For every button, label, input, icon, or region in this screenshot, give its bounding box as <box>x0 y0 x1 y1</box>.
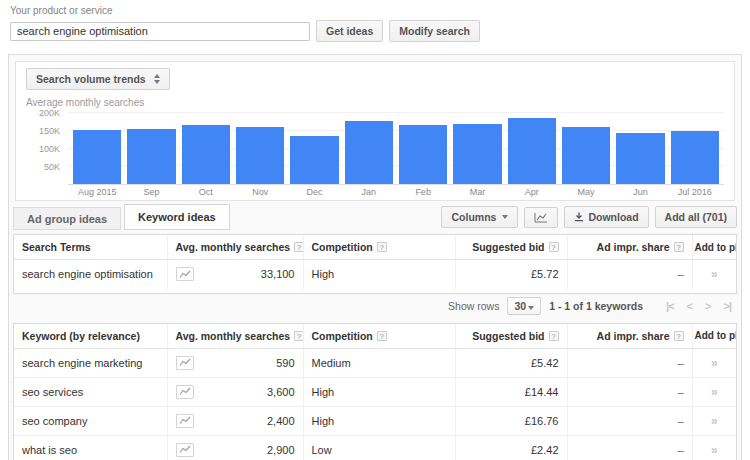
ad-impr-share-cell: – <box>567 348 692 377</box>
show-rows-label: Show rows <box>448 300 499 312</box>
last-page-button[interactable]: >| <box>723 300 731 312</box>
competition-cell: Medium <box>303 348 455 377</box>
trend-chart-button[interactable] <box>176 356 194 370</box>
ad-impr-share-cell: – <box>567 406 692 435</box>
columns-label: Columns <box>451 211 496 223</box>
line-chart-icon <box>179 270 191 279</box>
line-chart-icon <box>179 387 191 396</box>
chart-bar <box>616 133 664 184</box>
suggested-bid-cell: £5.72 <box>455 260 567 289</box>
add-to-plan-button[interactable]: » <box>711 414 718 428</box>
product-search-input[interactable] <box>10 22 310 41</box>
trend-chart-button[interactable] <box>176 267 194 281</box>
x-axis-label: Oct <box>179 185 233 197</box>
chart-bar <box>345 121 393 184</box>
help-icon[interactable]: ? <box>549 242 559 252</box>
search-volume-chart-card: Search volume trends Average monthly sea… <box>15 61 735 201</box>
header-competition: Competition? <box>303 324 455 349</box>
add-to-plan-button[interactable]: » <box>711 443 718 457</box>
x-axis-label: Mar <box>450 185 504 197</box>
line-chart-icon <box>179 445 191 454</box>
header-search-terms: Search Terms <box>14 235 167 260</box>
chevron-down-icon <box>502 215 508 219</box>
keyword-cell: seo company <box>14 406 167 435</box>
chart-bar <box>453 124 501 184</box>
ad-impr-share-cell: – <box>567 260 692 289</box>
chart-bars <box>68 113 724 184</box>
rows-per-page-select[interactable]: 30 <box>507 297 541 315</box>
avg-monthly-searches-cell: 2,400 <box>167 406 303 435</box>
chevron-down-icon <box>528 306 534 310</box>
suggested-bid-cell: £2.42 <box>455 435 567 460</box>
product-service-label: Your product or service <box>10 5 740 16</box>
trends-dropdown-label: Search volume trends <box>36 73 146 85</box>
ad-impr-share-cell: – <box>567 377 692 406</box>
trends-dropdown-button[interactable]: Search volume trends <box>26 68 170 90</box>
table-toolbar: Columns Download Add all (701) <box>435 206 737 230</box>
help-icon[interactable]: ? <box>674 242 684 252</box>
add-to-plan-button[interactable]: » <box>711 385 718 399</box>
y-axis-tick: 150K <box>39 126 60 136</box>
x-axis-label: Feb <box>396 185 450 197</box>
bar-chart: 200K150K100K50K <box>26 113 724 185</box>
y-axis-tick: 100K <box>39 144 60 154</box>
y-axis-tick: 50K <box>44 162 60 172</box>
header-avg-monthly-searches: Avg. monthly searches? <box>167 235 303 260</box>
header-ad-impr-share: Ad impr. share? <box>567 324 692 349</box>
trend-chart-button[interactable] <box>176 443 194 457</box>
prev-page-button[interactable]: < <box>687 300 692 312</box>
x-axis-label: Apr <box>505 185 559 197</box>
first-page-button[interactable]: |< <box>666 300 674 312</box>
header-add-to-plan: Add to plan <box>692 235 736 260</box>
x-axis-label: Dec <box>287 185 341 197</box>
avg-monthly-searches-cell: 33,100 <box>167 260 303 289</box>
table-row: seo company2,400High£16.76–» <box>14 406 736 435</box>
avg-searches-value: 3,600 <box>267 386 295 398</box>
add-to-plan-button[interactable]: » <box>711 356 718 370</box>
help-icon[interactable]: ? <box>294 331 303 341</box>
trend-chart-button[interactable] <box>176 414 194 428</box>
help-icon[interactable]: ? <box>674 331 684 341</box>
trend-chart-button[interactable] <box>176 385 194 399</box>
tab-keyword-ideas[interactable]: Keyword ideas <box>124 204 230 230</box>
header-competition: Competition? <box>303 235 455 260</box>
get-ideas-button[interactable]: Get ideas <box>316 20 383 42</box>
download-label: Download <box>588 211 638 223</box>
chart-bar <box>399 125 447 184</box>
chart-view-button[interactable] <box>524 207 558 228</box>
table-row: search engine marketing590Medium£5.42–» <box>14 348 736 377</box>
competition-cell: High <box>303 377 455 406</box>
x-axis-label: May <box>559 185 613 197</box>
avg-searches-value: 2,900 <box>267 444 295 456</box>
help-icon[interactable]: ? <box>294 242 303 252</box>
modify-search-button[interactable]: Modify search <box>389 20 480 42</box>
competition-cell: High <box>303 260 455 289</box>
rows-per-page-value: 30 <box>514 300 526 312</box>
download-icon <box>574 212 584 222</box>
keyword-ideas-table-card: Keyword (by relevance) Avg. monthly sear… <box>13 323 737 460</box>
next-page-button[interactable]: > <box>705 300 710 312</box>
add-all-button[interactable]: Add all (701) <box>655 206 737 228</box>
suggested-bid-cell: £5.42 <box>455 348 567 377</box>
chart-bar <box>290 136 338 184</box>
avg-monthly-searches-cell: 590 <box>167 348 303 377</box>
help-icon[interactable]: ? <box>549 331 559 341</box>
x-axis-label: Jul 2016 <box>668 185 722 197</box>
line-chart-icon <box>179 416 191 425</box>
header-add-to-plan: Add to plan <box>692 324 736 349</box>
table-header-row: Keyword (by relevance) Avg. monthly sear… <box>14 324 736 349</box>
product-search-bar: Your product or service Get ideas Modify… <box>0 0 750 49</box>
download-button[interactable]: Download <box>564 206 648 228</box>
help-icon[interactable]: ? <box>377 331 387 341</box>
pagination-range: 1 - 1 of 1 keywords <box>549 300 643 312</box>
x-axis-label: Jun <box>613 185 667 197</box>
columns-dropdown-button[interactable]: Columns <box>441 206 518 228</box>
table-header-row: Search Terms Avg. monthly searches? Comp… <box>14 235 736 260</box>
add-to-plan-button[interactable]: » <box>711 267 718 281</box>
table-row: seo services3,600High£14.44–» <box>14 377 736 406</box>
help-icon[interactable]: ? <box>377 242 387 252</box>
tab-ad-group-ideas[interactable]: Ad group ideas <box>13 207 121 230</box>
keyword-cell: search engine optimisation <box>14 260 167 289</box>
avg-searches-value: 2,400 <box>267 415 295 427</box>
header-suggested-bid: Suggested bid? <box>455 324 567 349</box>
